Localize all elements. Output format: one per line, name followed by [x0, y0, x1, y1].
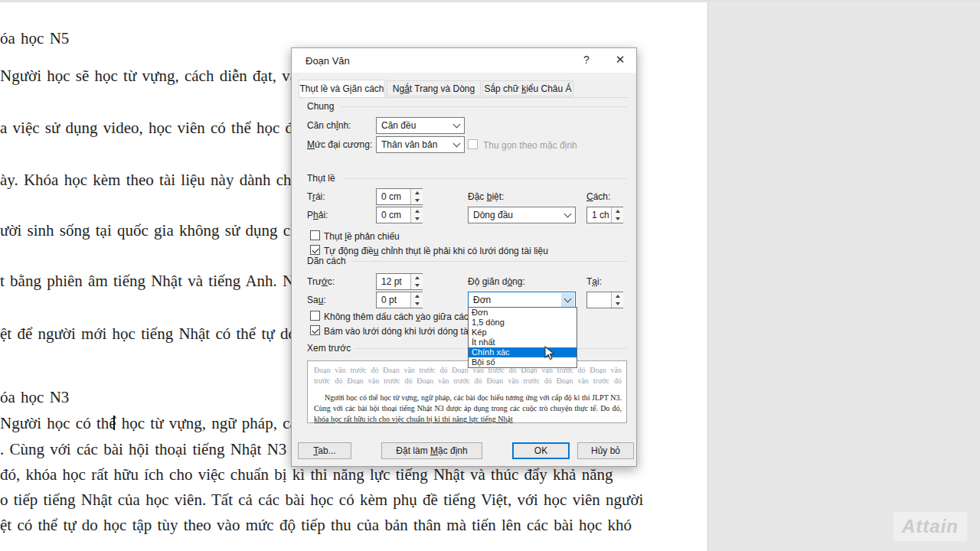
- document-line[interactable]: ày. Khóa học kèm theo tài liệu này dành …: [0, 171, 299, 190]
- spin-down-icon[interactable]: [410, 282, 423, 289]
- no-space-same-style-label: Không thêm dấu cách vào giữa các đ: [324, 311, 476, 322]
- special-label: Đặc biệt:: [468, 191, 504, 202]
- document-line[interactable]: óa học N3: [0, 388, 69, 407]
- indent-right-value: 0 cm: [381, 210, 401, 220]
- chevron-down-icon[interactable]: [450, 138, 463, 152]
- collapsed-by-default-label: Thu gọn theo mặc định: [483, 140, 577, 151]
- document-line[interactable]: đó, khóa học rất hữu ích cho việc chuẩn …: [0, 465, 612, 484]
- preview-line: Cùng với các bài hội thoại tiếng Nhật N3…: [314, 404, 622, 412]
- close-icon[interactable]: ✕: [612, 53, 629, 68]
- spacing-after-label: Sau:: [307, 295, 326, 305]
- spacing-before-value: 12 pt: [381, 276, 402, 287]
- tabs-button[interactable]: Tab...: [298, 442, 351, 459]
- option-it-nhat[interactable]: Ít nhất: [469, 337, 577, 347]
- screen: óa học N5 Người học sẽ học từ vựng, cách…: [0, 0, 980, 551]
- set-as-default-button[interactable]: Đặt làm Mặc định: [381, 442, 482, 459]
- document-line[interactable]: a việc sử dụng video, học viên có thể họ…: [0, 119, 318, 138]
- document-line[interactable]: t bằng phiên âm tiếng Nhật và tiếng Anh.…: [0, 272, 310, 291]
- group-preview-label: Xem trước: [307, 343, 351, 354]
- outline-level-dropdown[interactable]: Thân văn bản: [376, 136, 465, 153]
- preview-line: trước đó Đoạn văn trước đó Đoạn văn trướ…: [314, 377, 622, 385]
- chevron-down-icon[interactable]: [450, 119, 463, 132]
- option-don[interactable]: Đơn: [469, 308, 577, 318]
- alignment-label: Căn chỉnh:: [307, 120, 351, 131]
- spin-down-icon[interactable]: [410, 197, 423, 204]
- group-spacing-label: Dãn cách: [307, 256, 346, 266]
- right-grey-panel: [707, 2, 980, 551]
- spin-down-icon[interactable]: [611, 300, 623, 308]
- tab-line-page-breaks[interactable]: Ngắt Trang và Dòng: [387, 80, 481, 96]
- spacing-after-value: 0 pt: [381, 295, 397, 305]
- by-label: Cách:: [586, 191, 610, 202]
- outline-level-label: Mức đại cương:: [307, 139, 372, 150]
- mirror-indents-checkbox[interactable]: [310, 230, 320, 240]
- spacing-before-label: Trước:: [307, 276, 335, 287]
- collapsed-by-default-checkbox: [468, 139, 478, 149]
- document-line[interactable]: Người học sẽ học từ vựng, cách diễn đạt,…: [0, 67, 311, 86]
- special-dropdown[interactable]: Dòng đầu: [468, 207, 576, 223]
- paragraph-dialog: Đoạn Văn ? ✕ Thụt lề và Giãn cách Ngắt T…: [291, 47, 637, 467]
- option-chinh-xac[interactable]: Chính xác: [469, 347, 577, 357]
- group-line: [345, 178, 627, 179]
- line-spacing-listbox: Đơn 1,5 dòng Kép Ít nhất Chính xác Bội s…: [468, 307, 577, 368]
- mirror-indents-label: Thụt lề phản chiếu: [324, 231, 400, 242]
- by-value: 1 ch: [592, 210, 609, 220]
- document-line[interactable]: Người học có thể học từ vựng, ngữ pháp, …: [0, 414, 304, 433]
- preview-line: Người học có thể học từ vựng, ngữ pháp, …: [314, 393, 622, 402]
- indent-right-spinner[interactable]: 0 cm: [376, 207, 423, 223]
- alignment-dropdown[interactable]: Căn đều: [376, 117, 465, 134]
- auto-adjust-label: Tự động điều chỉnh thụt lề phải khi có l…: [324, 246, 548, 256]
- document-line[interactable]: óa học N5: [0, 29, 69, 48]
- option-boi-so[interactable]: Bội số: [469, 357, 577, 367]
- spin-down-icon[interactable]: [410, 300, 423, 308]
- by-spinner[interactable]: 1 ch: [586, 207, 623, 223]
- line-spacing-value: Đơn: [473, 295, 491, 305]
- indent-right-label: Phải:: [307, 210, 328, 220]
- outline-level-value: Thân văn bản: [381, 139, 437, 150]
- snap-to-grid-label: Bám vào lưới dóng khi lưới dóng tài l: [324, 326, 475, 337]
- tab-indents-spacing[interactable]: Thụt lề và Giãn cách: [299, 80, 385, 97]
- no-space-same-style-checkbox[interactable]: [310, 311, 320, 321]
- tab-asian-typography[interactable]: Sắp chữ kiểu Châu Á: [482, 80, 573, 96]
- dialog-title: Đoạn Văn: [305, 55, 350, 67]
- document-line[interactable]: ệt để người mới học tiếng Nhật có thể tự…: [0, 324, 318, 344]
- spacing-after-spinner[interactable]: 0 pt: [376, 292, 423, 308]
- snap-to-grid-checkbox[interactable]: [310, 325, 320, 335]
- group-indentation-label: Thụt lề: [307, 173, 335, 184]
- tab-strip: Thụt lề và Giãn cách Ngắt Trang và Dòng …: [299, 80, 629, 98]
- mouse-cursor: [544, 346, 557, 361]
- indent-left-label: Trái:: [307, 191, 325, 202]
- preview-box: Đoạn văn trước đó Đoạn văn trước đó Đoạn…: [307, 360, 627, 423]
- option-kep[interactable]: Kép: [469, 328, 577, 337]
- indent-left-spinner[interactable]: 0 cm: [376, 188, 423, 205]
- ok-button[interactable]: OK: [512, 442, 570, 459]
- line-spacing-label: Độ giãn dòng:: [468, 276, 525, 287]
- option-1-5-dong[interactable]: 1,5 dòng: [469, 318, 577, 328]
- dialog-title-bar: Đoạn Văn ? ✕: [292, 48, 636, 73]
- cancel-button[interactable]: Hủy bỏ: [577, 442, 634, 459]
- text-caret: [113, 416, 115, 430]
- group-line: [351, 261, 627, 262]
- document-line[interactable]: . Cùng với các bài hội thoại tiếng Nhật …: [0, 440, 300, 459]
- help-icon[interactable]: ?: [579, 54, 594, 67]
- at-label: Tại:: [586, 276, 602, 287]
- alignment-value: Căn đều: [381, 120, 416, 131]
- spin-down-icon[interactable]: [410, 215, 423, 223]
- spin-down-icon[interactable]: [611, 215, 623, 223]
- auto-adjust-checkbox[interactable]: [310, 245, 320, 255]
- indent-left-value: 0 cm: [381, 191, 401, 202]
- preview-line: khóa học rất hữu ích cho việc chuẩn bị k…: [314, 415, 622, 423]
- document-line[interactable]: ệt có thể tự do học tập tùy theo vào mức…: [0, 516, 632, 535]
- special-value: Dòng đầu: [473, 210, 513, 220]
- group-line: [341, 106, 627, 107]
- document-line[interactable]: ười sinh sống tại quốc gia không sử dụng…: [0, 221, 324, 240]
- line-spacing-dropdown[interactable]: Đơn: [468, 292, 576, 308]
- chevron-down-icon[interactable]: [561, 208, 574, 222]
- attain-watermark: Attain: [893, 512, 967, 541]
- group-general-label: Chung: [307, 101, 334, 112]
- chevron-down-icon[interactable]: [561, 293, 574, 307]
- at-spinner[interactable]: [586, 292, 623, 308]
- document-line[interactable]: o tiếp tiếng Nhật của học viên. Tất cả c…: [0, 491, 643, 510]
- spacing-before-spinner[interactable]: 12 pt: [376, 273, 423, 290]
